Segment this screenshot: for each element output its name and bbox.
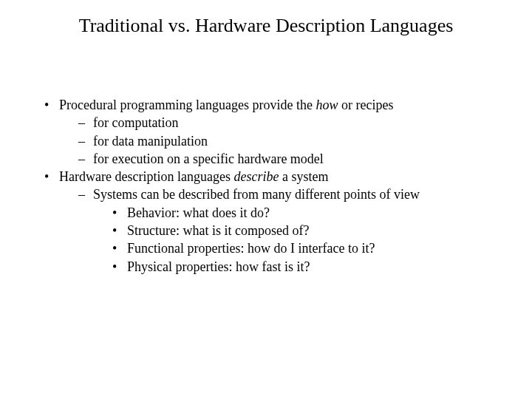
bullet-1-sub-3: for execution on a specific hardware mod… [78,150,502,168]
bullet-1-sub-2: for data manipulation [78,132,502,150]
bullet-2-sub-1-b-text: Structure: what is it composed of? [127,223,309,238]
bullet-2-sub-1-d: Physical properties: how fast is it? [112,258,502,276]
bullet-2-sub-1-c: Functional properties: how do I interfac… [112,239,502,257]
bullet-1-text-em: how [316,98,338,112]
bullet-1: Procedural programming languages provide… [44,96,502,168]
bullet-2-text-post: a system [279,169,328,184]
bullet-2-sub-1-a-text: Behavior: what does it do? [127,205,270,220]
bullet-2-sub-1-b: Structure: what is it composed of? [112,222,502,239]
bullet-1-sub-1: for computation [78,114,502,132]
bullet-1-sub-2-text: for data manipulation [93,134,208,149]
slide: Traditional vs. Hardware Description Lan… [0,0,532,399]
bullet-2-sub-1-a: Behavior: what does it do? [112,204,502,222]
slide-title: Traditional vs. Hardware Description Lan… [30,15,502,37]
bullet-2-sub-1-text: Systems can be described from many diffe… [93,187,420,202]
bullet-2-sub-1-d-text: Physical properties: how fast is it? [127,259,310,274]
bullet-2-sub-1: Systems can be described from many diffe… [78,185,502,275]
bullet-1-text-pre: Procedural programming languages provide… [59,98,316,112]
bullet-2-text-em: describe [233,169,279,184]
bullet-2: Hardware description languages describe … [44,168,502,276]
bullet-2-sub-1-c-text: Functional properties: how do I interfac… [127,241,375,256]
bullet-2-sub-1-sublist: Behavior: what does it do? Structure: wh… [93,204,502,276]
bullet-1-text-post: or recipes [338,98,393,112]
bullet-2-sublist: Systems can be described from many diffe… [59,185,502,275]
bullet-1-sub-3-text: for execution on a specific hardware mod… [93,151,324,166]
bullet-2-text-pre: Hardware description languages [59,169,233,184]
bullet-1-sub-1-text: for computation [93,115,178,130]
bullet-list: Procedural programming languages provide… [30,96,502,276]
bullet-1-sublist: for computation for data manipulation fo… [59,114,502,168]
